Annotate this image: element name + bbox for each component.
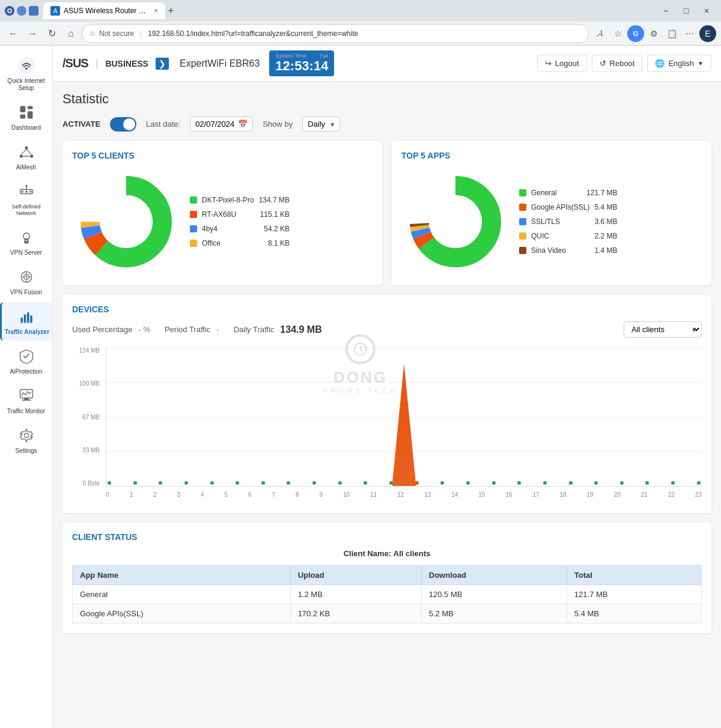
dot-13 bbox=[440, 481, 444, 485]
client-name-prefix: Client Name: bbox=[344, 549, 391, 558]
sidebar-monitor-label: Traffic Monitor bbox=[7, 408, 45, 415]
brand-chevron: ❯ bbox=[156, 58, 169, 70]
col-app-name: App Name bbox=[73, 566, 291, 585]
toggle-knob bbox=[123, 118, 135, 130]
separator: | bbox=[140, 29, 142, 38]
system-time-value: 12:53:14 bbox=[275, 59, 328, 73]
sidebar-item-settings[interactable]: Settings bbox=[0, 421, 52, 460]
client-name-row: Client Name: All clients bbox=[72, 549, 702, 558]
new-tab-button[interactable]: + bbox=[168, 5, 174, 17]
x-6: 6 bbox=[248, 491, 252, 503]
page-title: Statistic bbox=[62, 91, 711, 107]
svg-point-9 bbox=[19, 154, 22, 157]
table-row: Google APIs(SSL) 170.2 KB 5.2 MB 5.4 MB bbox=[73, 604, 702, 623]
row0-app: General bbox=[73, 585, 291, 604]
sidebar-item-network[interactable]: Self-defined Network bbox=[0, 177, 52, 222]
bookmark-button[interactable]: ☆ bbox=[609, 25, 626, 42]
sidebar-item-quick-setup[interactable]: Quick Internet Setup bbox=[0, 51, 52, 97]
sidebar-item-dashboard[interactable]: Dashboard bbox=[0, 98, 52, 136]
google-button[interactable]: G bbox=[627, 25, 644, 42]
sidebar-item-aiprotection[interactable]: AiProtection bbox=[0, 342, 52, 380]
sidebar-item-aimesh[interactable]: AiMesh bbox=[0, 138, 52, 176]
legend-item-0: DKT-Pixel-8-Pro 134.7 MB bbox=[190, 196, 290, 204]
svg-rect-6 bbox=[20, 115, 25, 119]
dot-15 bbox=[492, 481, 496, 485]
activate-toggle[interactable] bbox=[110, 117, 136, 132]
date-field[interactable]: 02/07/2024 📅 bbox=[190, 117, 253, 132]
mesh-icon bbox=[17, 142, 36, 162]
extensions-button[interactable]: ⚙ bbox=[645, 25, 662, 42]
apps-legend: General 121.7 MB Google APIs(SSL) 5.4 MB bbox=[519, 189, 617, 255]
top5-apps-card: TOP 5 APPS bbox=[392, 141, 711, 285]
x-10: 10 bbox=[343, 491, 350, 503]
clients-filter-select[interactable]: All clients bbox=[624, 321, 702, 338]
legend-item-2: 4by4 54.2 KB bbox=[190, 225, 290, 233]
col-total: Total bbox=[567, 566, 701, 585]
product-name: ExpertWiFi EBR63 bbox=[180, 58, 260, 69]
row0-upload: 1.2 MB bbox=[290, 585, 421, 604]
client-value-0: 134.7 MB bbox=[259, 196, 290, 204]
sidebar-item-vpn-fusion[interactable]: VPN Fusion bbox=[0, 262, 52, 301]
app-legend-dot-0 bbox=[519, 189, 526, 196]
app-value-3: 2.2 MB bbox=[594, 232, 617, 240]
window-close-button[interactable]: × bbox=[697, 2, 716, 19]
devices-card: DEVICES Used Percentage - % Period Traff… bbox=[62, 295, 711, 513]
read-mode-button[interactable]: 𝓐 bbox=[591, 25, 608, 42]
home-button[interactable]: ⌂ bbox=[62, 25, 79, 42]
forward-button[interactable]: → bbox=[24, 25, 41, 42]
back-button[interactable]: ← bbox=[5, 25, 22, 42]
brand-sep: | bbox=[96, 57, 99, 70]
app-header: /SUS | BUSINESS ❯ ExpertWiFi EBR63 Syste… bbox=[53, 46, 721, 82]
reboot-label: Reboot bbox=[610, 59, 635, 68]
col-download: Download bbox=[421, 566, 567, 585]
tab-icon: A bbox=[50, 6, 60, 16]
dot-0 bbox=[108, 481, 111, 485]
sidebar-item-traffic-analyzer[interactable]: Traffic Analyzer bbox=[0, 302, 52, 341]
legend-item-1: RT-AX68U 115.1 KB bbox=[190, 210, 290, 219]
active-tab[interactable]: A ASUS Wireless Router ExpertWi... × bbox=[43, 2, 165, 19]
dot-14 bbox=[466, 481, 470, 485]
reload-button[interactable]: ↻ bbox=[43, 25, 60, 42]
x-11: 11 bbox=[370, 491, 377, 503]
dot-6 bbox=[261, 481, 265, 485]
tab-close-btn[interactable]: × bbox=[154, 7, 158, 15]
table-row: General 1.2 MB 120.5 MB 121.7 MB bbox=[73, 585, 702, 604]
sidebar-item-traffic-monitor[interactable]: Traffic Monitor bbox=[0, 381, 52, 420]
grid-line-top bbox=[106, 347, 702, 348]
address-bar[interactable]: ⚠ Not secure | 192.168.50.1/index.html?u… bbox=[82, 24, 589, 43]
minimize-button[interactable]: − bbox=[656, 2, 675, 19]
globe-icon: 🌐 bbox=[655, 59, 665, 68]
show-by-select[interactable]: Daily bbox=[302, 117, 340, 132]
used-pct-value: - % bbox=[138, 325, 150, 334]
svg-rect-28 bbox=[24, 314, 26, 323]
collections-button[interactable]: 📋 bbox=[663, 25, 680, 42]
dot-18 bbox=[569, 481, 573, 485]
language-label: English bbox=[668, 59, 694, 68]
legend-dot-2 bbox=[190, 225, 197, 232]
traffic-icon bbox=[17, 307, 37, 326]
devices-stats: Used Percentage - % Period Traffic - Dai… bbox=[72, 321, 702, 338]
sidebar-aimesh-label: AiMesh bbox=[16, 164, 36, 171]
svg-point-15 bbox=[21, 190, 23, 193]
legend-item-3: Office 8.1 KB bbox=[190, 239, 290, 247]
sidebar-item-vpn-server[interactable]: VPN Server bbox=[0, 223, 52, 261]
more-button[interactable]: ⋯ bbox=[681, 25, 698, 42]
x-2: 2 bbox=[153, 491, 157, 503]
logout-button[interactable]: ↪ Logout bbox=[537, 55, 587, 72]
x-15: 15 bbox=[478, 491, 485, 503]
reboot-button[interactable]: ↺ Reboot bbox=[592, 55, 643, 72]
stat-daily-traffic: Daily Traffic 134.9 MB bbox=[234, 324, 322, 335]
x-21: 21 bbox=[641, 491, 648, 503]
row0-download: 120.5 MB bbox=[421, 585, 567, 604]
maximize-button[interactable]: □ bbox=[677, 2, 696, 19]
language-button[interactable]: 🌐 English ▼ bbox=[647, 55, 711, 72]
dot-8 bbox=[312, 481, 316, 485]
legend-dot-3 bbox=[190, 240, 197, 247]
svg-point-8 bbox=[25, 146, 28, 149]
show-by-label: Show by bbox=[263, 120, 293, 129]
dot-1 bbox=[133, 481, 137, 485]
daily-traffic-label: Daily Traffic bbox=[234, 325, 275, 334]
profile-button[interactable]: E bbox=[699, 25, 716, 42]
svg-point-16 bbox=[25, 190, 28, 193]
x-22: 22 bbox=[668, 491, 675, 503]
